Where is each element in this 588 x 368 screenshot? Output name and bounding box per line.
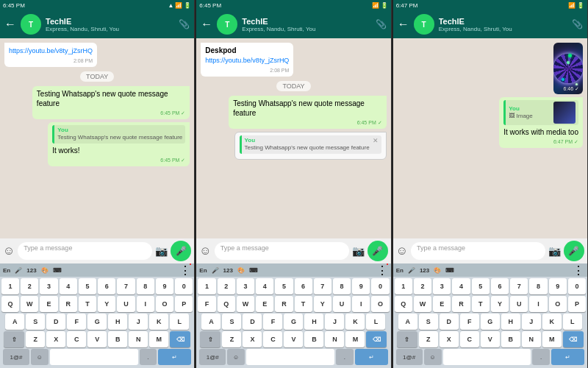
kb-key-d[interactable]: D — [46, 314, 65, 330]
message-editing-2: You Testing Whatsapp's new quote message… — [234, 132, 387, 160]
paperclip-icon-1[interactable]: 📎 — [179, 19, 190, 29]
kb-key-6[interactable]: 6 — [98, 278, 115, 294]
kb-mic-1[interactable]: 🎤 — [15, 267, 22, 274]
kb-lang-2[interactable]: En — [199, 267, 207, 274]
kb-key-e[interactable]: E — [40, 296, 57, 312]
kb-num-2[interactable]: 123 — [223, 267, 233, 274]
kb-mic-3[interactable]: 🎤 — [408, 267, 415, 274]
kb-key-o[interactable]: O — [156, 296, 173, 312]
kb-lang-3[interactable]: En — [396, 267, 404, 274]
kb-enter-3[interactable]: ↵ — [551, 349, 584, 365]
emoji-icon-2[interactable]: ☺ — [199, 244, 211, 258]
kb-theme-2[interactable]: 🎨 — [237, 267, 245, 274]
kb-key-5[interactable]: 5 — [79, 278, 96, 294]
kb-emoji-1[interactable]: ☺ — [31, 349, 49, 365]
kb-key-y[interactable]: Y — [98, 296, 115, 312]
kb-key-n[interactable]: N — [129, 331, 148, 347]
kb-key-c[interactable]: C — [67, 331, 86, 347]
kb-keyboard-2[interactable]: ⌨ — [249, 267, 258, 274]
kb-theme-3[interactable]: 🎨 — [434, 267, 441, 274]
kb-more-3[interactable]: ⋮ — [573, 263, 584, 277]
kb-key-9[interactable]: 9 — [156, 278, 173, 294]
emoji-icon-3[interactable]: ☺ — [396, 244, 408, 258]
kb-key-1[interactable]: 1 — [1, 278, 19, 294]
group-name-2: TechIE — [242, 17, 370, 26]
message-it-works-1: You Testing Whatsapp's new quote message… — [48, 122, 190, 166]
header-icons-3: 📎 — [572, 19, 583, 29]
kb-key-j[interactable]: J — [129, 314, 148, 330]
kb-more-1[interactable]: ⋮ — [179, 263, 191, 277]
kb-key-z[interactable]: Z — [26, 331, 45, 347]
kb-backspace-1[interactable]: ⌫ — [170, 331, 190, 347]
kb-key-l[interactable]: L — [170, 314, 189, 330]
emoji-icon-1[interactable]: ☺ — [3, 244, 15, 258]
kb-key-b[interactable]: B — [108, 331, 127, 347]
kb-key-t[interactable]: T — [79, 296, 96, 312]
chat-area-3: 6:46 ✓ You 🖼 Image It works with media t… — [393, 38, 587, 238]
kb-emoji-3[interactable]: ☺ — [424, 349, 442, 365]
kb-bottom-row-2: 1@# ☺ . ↵ — [198, 349, 389, 365]
mic-button-3[interactable]: 🎤 — [564, 241, 584, 261]
link-text-2[interactable]: https://youtu.be/v8ty_jZsrHQ — [205, 57, 289, 64]
kb-key-w[interactable]: W — [21, 296, 38, 312]
back-arrow-3[interactable]: ← — [398, 18, 409, 31]
message-input-1[interactable]: Type a message — [18, 242, 152, 260]
kb-emoji-2[interactable]: ☺ — [227, 349, 245, 365]
link-text-1[interactable]: https://youtu.be/v8ty_jZsrHQ — [9, 47, 93, 54]
kb-sym-2[interactable]: 1@# — [199, 349, 226, 365]
kb-sym-3[interactable]: 1@# — [396, 349, 423, 365]
paperclip-icon-2[interactable]: 📎 — [376, 19, 387, 29]
kb-space-3[interactable] — [443, 349, 531, 365]
mic-button-1[interactable]: 🎤 — [171, 241, 191, 261]
kb-enter-2[interactable]: ↵ — [355, 349, 388, 365]
camera-icon-3[interactable]: 📷 — [548, 245, 561, 257]
kb-space-2[interactable] — [246, 349, 334, 365]
mic-button-2[interactable]: 🎤 — [368, 241, 388, 261]
kb-num-3[interactable]: 123 — [420, 267, 429, 274]
kb-keyboard-3[interactable]: ⌨ — [445, 267, 454, 274]
kb-key-f[interactable]: F — [67, 314, 86, 330]
kb-more-2[interactable]: ⋮ — [376, 263, 388, 277]
kb-mic-2[interactable]: 🎤 — [212, 267, 219, 274]
kb-key-i[interactable]: I — [137, 296, 154, 312]
camera-icon-1[interactable]: 📷 — [155, 245, 168, 257]
kb-lang-1[interactable]: En — [3, 267, 10, 274]
kb-key-x[interactable]: X — [46, 331, 65, 347]
message-input-3[interactable]: Type a message — [411, 242, 545, 260]
kb-sym-1[interactable]: 1@# — [3, 349, 29, 365]
kb-key-m[interactable]: M — [149, 331, 168, 347]
kb-key-g[interactable]: G — [87, 314, 107, 330]
kb-key-3[interactable]: 3 — [40, 278, 57, 294]
msg-deskpod-2: Deskpod — [205, 46, 289, 55]
kb-key-h[interactable]: H — [108, 314, 127, 330]
kb-key-2[interactable]: 2 — [21, 278, 38, 294]
kb-key-u[interactable]: U — [117, 296, 135, 312]
kb-key-0[interactable]: 0 — [175, 278, 193, 294]
kb-space-1[interactable] — [50, 349, 138, 365]
back-arrow-1[interactable]: ← — [4, 18, 16, 31]
kb-dot-key-1[interactable]: . — [140, 349, 157, 365]
kb-row-numbers-2: 1 2 3 4 5 6 7 8 9 0 — [198, 278, 389, 294]
kb-enter-1[interactable]: ↵ — [158, 349, 191, 365]
kb-key-q[interactable]: Q — [1, 296, 19, 312]
kb-key-a[interactable]: A — [5, 314, 24, 330]
kb-key-8[interactable]: 8 — [137, 278, 154, 294]
kb-key-p[interactable]: P — [175, 296, 193, 312]
kb-row-zxcv-1: ⇧ Z X C V B N M ⌫ — [1, 331, 193, 347]
kb-num-1[interactable]: 123 — [26, 267, 36, 274]
back-arrow-2[interactable]: ← — [201, 18, 212, 31]
kb-key-v[interactable]: V — [87, 331, 107, 347]
chat-header-3: ← T TechIE Express, Nandu, Shruti, You 📎 — [393, 10, 587, 38]
kb-key-k[interactable]: K — [149, 314, 168, 330]
message-input-2[interactable]: Type a message — [215, 242, 349, 260]
quote-close-2[interactable]: ✕ — [373, 137, 379, 152]
kb-key-r[interactable]: R — [60, 296, 77, 312]
kb-keyboard-1[interactable]: ⌨ — [53, 267, 62, 274]
camera-icon-2[interactable]: 📷 — [352, 245, 365, 257]
kb-key-7[interactable]: 7 — [117, 278, 135, 294]
kb-key-4[interactable]: 4 — [60, 278, 77, 294]
kb-shift-1[interactable]: ⇧ — [4, 331, 24, 347]
kb-theme-1[interactable]: 🎨 — [41, 267, 49, 274]
paperclip-icon-3[interactable]: 📎 — [572, 19, 583, 29]
kb-key-s[interactable]: S — [26, 314, 45, 330]
